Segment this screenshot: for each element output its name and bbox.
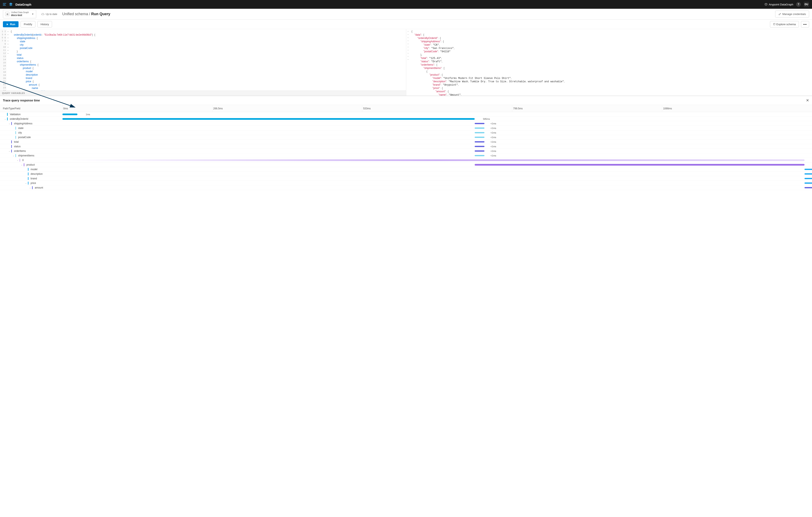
trace-row-label: ⌄shipmentItems [0, 154, 62, 157]
env-name: docs-test [11, 14, 29, 17]
trace-row: Validation1ms [0, 112, 812, 117]
row-color-marker [11, 145, 12, 148]
row-field-name: price [31, 182, 36, 185]
query-fold-gutter: ▸ ▸ ▸ ▸ ▸ ▸ ▸ ▸ [7, 29, 9, 56]
toolbar: Run Prettify History Explore schema ••• [0, 20, 812, 29]
expand-icon[interactable]: ⌄ [21, 164, 23, 166]
row-field-name: description [31, 172, 43, 175]
query-body[interactable]: { ordersByOrderId(orderId: "51c0ba3a-7e6… [9, 29, 406, 96]
trace-bar-area: <1ms [62, 126, 812, 130]
run-button[interactable]: Run [3, 21, 19, 27]
row-color-marker [16, 131, 16, 134]
row-field-name: shipmentItems [18, 154, 34, 157]
trace-row-label: city [0, 131, 62, 134]
explore-schema-button[interactable]: Explore schema [770, 21, 799, 27]
trace-row-label: ⌄shippingAddress [0, 122, 62, 125]
manage-label: Manage credentials [782, 12, 806, 16]
trace-row: description<1ms [0, 172, 812, 176]
row-color-marker [16, 127, 16, 130]
anypoint-link[interactable]: Anypoint DataGraph [764, 3, 793, 6]
row-field-name: total [14, 140, 19, 143]
expand-icon[interactable]: ⌄ [17, 159, 19, 161]
row-color-marker [7, 117, 8, 120]
topbar-right: Anypoint DataGraph ? DU [764, 2, 809, 7]
env-selector[interactable]: ▦ Unified Data Graph docs-test ▼ [3, 10, 36, 18]
manage-credentials-button[interactable]: Manage credentials [775, 10, 809, 18]
timing-bar [475, 123, 485, 124]
row-color-marker [28, 168, 29, 171]
trace-bar-area: <1ms [62, 185, 812, 190]
help-button[interactable]: ? [796, 2, 801, 7]
trace-bar-area: 1ms [62, 112, 812, 116]
more-button[interactable]: ••• [801, 21, 809, 27]
expand-icon[interactable]: ⌄ [8, 150, 10, 152]
row-field-name: model [31, 168, 37, 171]
trace-row: postalCode<1ms [0, 135, 812, 140]
trace-row-label: brand [0, 177, 62, 180]
row-field-name: city [18, 131, 22, 134]
row-field-name: brand [31, 177, 37, 180]
trace-bar-area: <1ms [62, 181, 812, 185]
topbar: DataGraph Anypoint DataGraph ? DU [0, 0, 812, 9]
history-button[interactable]: History [37, 21, 52, 27]
trace-row: ⌄0 [0, 158, 812, 162]
topbar-left: DataGraph [3, 2, 31, 6]
trace-row-label: state [0, 127, 62, 130]
svg-point-2 [779, 14, 780, 15]
result-pane: ▸ ▸ ▸ ▸ ▸ ▸ ▸ ▸ ▸ ▸ { "data": { "ordersB… [406, 29, 812, 96]
row-field-name: amount [35, 186, 43, 189]
trace-bar-area: <1ms [62, 130, 812, 135]
row-field-name: status [14, 145, 21, 148]
expand-icon[interactable]: ⌄ [8, 123, 10, 125]
query-gutter: 1 2 3 4 5 6 7 8 9 10 11 12 13 14 15 16 1… [0, 29, 7, 96]
trace-rows: Validation1ms⌄ordersByOrderId585ms⌄shipp… [0, 112, 812, 190]
timing-bar [62, 113, 78, 115]
trace-row-label: ⌄amount [0, 186, 62, 189]
row-color-marker [11, 122, 12, 125]
row-color-marker [32, 186, 33, 189]
trace-row: model<1ms [0, 167, 812, 172]
trace-row-label: ⌄ordersByOrderId [0, 117, 62, 120]
run-label: Run [10, 23, 15, 26]
time-label: 533ms [363, 105, 371, 112]
prettify-button[interactable]: Prettify [21, 21, 35, 27]
expand-icon[interactable]: ⌄ [4, 118, 6, 120]
toolbar-right: Explore schema ••• [770, 21, 809, 27]
trace-bar-area: <1ms [62, 167, 812, 171]
trace-row: ⌄shipmentItems<1ms [0, 153, 812, 158]
timing-bar [805, 187, 812, 188]
expand-icon[interactable]: ⌄ [29, 187, 31, 189]
query-editor[interactable]: 1 2 3 4 5 6 7 8 9 10 11 12 13 14 15 16 1… [0, 29, 406, 96]
logo-icon [9, 2, 13, 6]
timing-label: 1ms [86, 113, 90, 116]
graph-icon: ▦ [5, 12, 9, 16]
svg-marker-1 [9, 4, 13, 6]
timing-bar [805, 173, 812, 174]
explore-label: Explore schema [776, 23, 796, 26]
trace-row: total<1ms [0, 140, 812, 144]
result-gutter: ▸ ▸ ▸ ▸ ▸ ▸ ▸ ▸ ▸ ▸ [406, 29, 410, 62]
close-icon[interactable]: ✕ [806, 98, 809, 103]
trace-row: state<1ms [0, 126, 812, 130]
trace-row-label: total [0, 140, 62, 143]
timing-bar [475, 128, 485, 129]
play-icon [6, 23, 9, 26]
env-label: Unified Data Graph [11, 11, 29, 14]
menu-icon[interactable] [3, 3, 6, 6]
timing-bar [475, 137, 485, 138]
trace-row-label: ⌄0 [0, 159, 62, 162]
trace-title: Trace query response time [3, 99, 40, 102]
trace-bar-area: <1ms [62, 144, 812, 148]
expand-icon[interactable]: ⌄ [25, 182, 27, 184]
timing-bar [475, 141, 485, 142]
query-variables-panel[interactable]: QUERY VARIABLES [0, 91, 406, 96]
user-avatar[interactable]: DU [804, 2, 809, 7]
trace-row: ⌄ordersByOrderId585ms [0, 117, 812, 121]
timing-label: <1ms [491, 145, 496, 148]
trace-row: ⌄amount<1ms [0, 185, 812, 190]
timing-bar [62, 118, 475, 120]
breadcrumb-prefix: Unified schema / [62, 12, 91, 16]
row-field-name: shippingAddress [14, 122, 32, 125]
expand-icon[interactable]: ⌄ [12, 155, 14, 157]
trace-bar-area: <1ms [62, 176, 812, 181]
